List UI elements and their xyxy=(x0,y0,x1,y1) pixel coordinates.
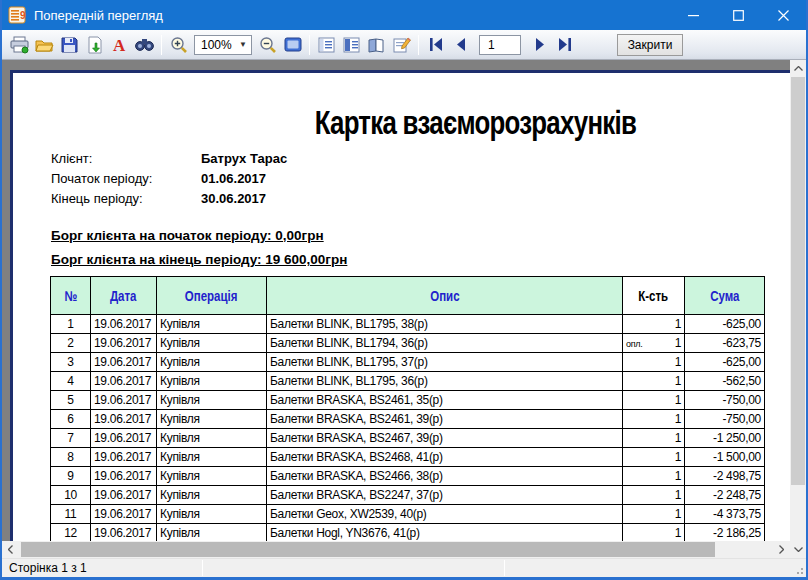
table-header-row: № Дата Операція Опис К-сть Сума xyxy=(51,277,765,315)
export-button[interactable] xyxy=(82,33,107,57)
close-window-button[interactable] xyxy=(761,0,806,30)
page-number-input[interactable] xyxy=(479,35,521,55)
save-icon xyxy=(61,36,78,53)
field-value: 30.06.2017 xyxy=(201,191,266,206)
print-button[interactable] xyxy=(7,33,32,57)
scroll-down-button[interactable] xyxy=(790,541,807,558)
full-page-icon xyxy=(284,37,302,52)
zoom-out-icon xyxy=(259,36,277,54)
report-page: Картка взаєморозрахунків Клієнт: Батрух … xyxy=(10,70,790,541)
status-divider xyxy=(504,560,505,576)
col-header-operation: Операція xyxy=(157,277,267,315)
pdf-export-button[interactable]: A xyxy=(107,33,132,57)
table-row: 2 19.06.2017 Купівля Балетки BLINK, BL17… xyxy=(51,334,765,353)
toolbar-separator xyxy=(418,35,419,55)
print-icon xyxy=(10,36,29,54)
col-header-date: Дата xyxy=(91,277,157,315)
debt-end-line: Борг клієнта на кінець періоду: 19 600,0… xyxy=(51,252,790,267)
outline-pane-icon xyxy=(318,37,335,53)
table-row: 1 19.06.2017 Купівля Балетки BLINK, BL17… xyxy=(51,315,765,334)
table-row: 5 19.06.2017 Купівля Балетки BRASKA, BS2… xyxy=(51,391,765,410)
prev-page-button[interactable] xyxy=(448,33,473,57)
toolbar-separator xyxy=(309,35,310,55)
first-page-button[interactable] xyxy=(423,33,448,57)
status-divider xyxy=(202,560,203,576)
book-view-icon xyxy=(367,37,386,53)
col-header-qty: К-сть xyxy=(623,277,685,315)
chevron-left-icon xyxy=(8,545,13,554)
minimize-button[interactable] xyxy=(671,0,716,30)
chevron-up-icon xyxy=(794,66,803,71)
table-row: 12 19.06.2017 Купівля Балетки Hogl, YN36… xyxy=(51,524,765,542)
table-row: 11 19.06.2017 Купівля Балетки Geox, XW25… xyxy=(51,505,765,524)
pdf-icon: A xyxy=(111,36,128,53)
field-label: Початок періоду: xyxy=(51,171,201,186)
field-value: 01.06.2017 xyxy=(201,171,266,186)
payment-note: опл. xyxy=(626,339,642,349)
status-bar: Сторінка 1 з 1 xyxy=(2,558,806,577)
pages-pane-icon xyxy=(343,37,360,53)
app-icon: 9 xyxy=(8,6,26,24)
open-folder-icon xyxy=(35,37,54,53)
zoom-in-icon xyxy=(170,36,188,54)
next-page-button[interactable] xyxy=(527,33,552,57)
edit-page-icon xyxy=(393,36,411,53)
field-label: Клієнт: xyxy=(51,151,201,166)
maximize-icon xyxy=(733,10,744,21)
vertical-scroll-thumb[interactable] xyxy=(791,77,805,485)
zoom-level-combo[interactable]: 100% ▼ xyxy=(194,35,252,55)
export-page-icon xyxy=(87,36,103,54)
field-value: Батрух Тарас xyxy=(201,151,287,166)
last-page-button[interactable] xyxy=(552,33,577,57)
binoculars-icon xyxy=(135,37,154,52)
status-pane xyxy=(204,559,504,577)
zoom-out-button[interactable] xyxy=(255,33,280,57)
table-row: 4 19.06.2017 Купівля Балетки BLINK, BL17… xyxy=(51,372,765,391)
resize-grip[interactable] xyxy=(794,565,804,575)
table-row: 9 19.06.2017 Купівля Балетки BRASKA, BS2… xyxy=(51,467,765,486)
book-view-button[interactable] xyxy=(364,33,389,57)
field-period-end: Кінець періоду: 30.06.2017 xyxy=(51,188,790,208)
last-page-icon xyxy=(558,38,572,51)
horizontal-scrollbar[interactable] xyxy=(2,541,790,558)
vertical-scroll-track[interactable] xyxy=(790,77,806,541)
table-row: 8 19.06.2017 Купівля Балетки BRASKA, BS2… xyxy=(51,448,765,467)
find-button[interactable] xyxy=(132,33,157,57)
vertical-scrollbar[interactable] xyxy=(790,60,806,558)
title-bar: 9 Попередній перегляд xyxy=(2,0,806,30)
pages-pane-button[interactable] xyxy=(339,33,364,57)
horizontal-scroll-thumb[interactable] xyxy=(21,542,715,557)
table-row: 7 19.06.2017 Купівля Балетки BRASKA, BS2… xyxy=(51,429,765,448)
debt-start-line: Борг клієнта на початок періоду: 0,00грн xyxy=(51,228,790,243)
horizontal-scroll-track[interactable] xyxy=(19,541,773,558)
debt-summary: Борг клієнта на початок періоду: 0,00грн… xyxy=(51,228,790,267)
close-preview-button[interactable]: Закрити xyxy=(617,34,683,56)
zoom-in-button[interactable] xyxy=(166,33,191,57)
edit-page-button[interactable] xyxy=(389,33,414,57)
document-viewport[interactable]: Картка взаєморозрахунків Клієнт: Батрух … xyxy=(2,60,790,541)
chevron-right-icon xyxy=(779,545,784,554)
transactions-table: № Дата Операція Опис К-сть Сума 1 19.06.… xyxy=(50,276,765,541)
chevron-down-icon: ▼ xyxy=(239,40,251,49)
toolbar: A 100% ▼ xyxy=(2,30,806,60)
scroll-left-button[interactable] xyxy=(2,541,19,558)
prev-page-icon xyxy=(456,38,466,51)
zoom-level-value: 100% xyxy=(201,38,232,52)
field-client: Клієнт: Батрух Тарас xyxy=(51,148,790,168)
next-page-icon xyxy=(535,38,545,51)
first-page-icon xyxy=(429,38,443,51)
table-row: 10 19.06.2017 Купівля Балетки BRASKA, BS… xyxy=(51,486,765,505)
page-info: Сторінка 1 з 1 xyxy=(2,561,202,575)
table-row: 6 19.06.2017 Купівля Балетки BRASKA, BS2… xyxy=(51,410,765,429)
table-row: 3 19.06.2017 Купівля Балетки BLINK, BL17… xyxy=(51,353,765,372)
maximize-button[interactable] xyxy=(716,0,761,30)
scroll-right-button[interactable] xyxy=(773,541,790,558)
open-button[interactable] xyxy=(32,33,57,57)
preview-area: Картка взаєморозрахунків Клієнт: Батрух … xyxy=(2,60,806,558)
svg-text:A: A xyxy=(113,36,126,53)
scroll-up-button[interactable] xyxy=(790,60,807,77)
outline-pane-button[interactable] xyxy=(314,33,339,57)
col-header-sum: Сума xyxy=(685,277,765,315)
save-button[interactable] xyxy=(57,33,82,57)
full-page-button[interactable] xyxy=(280,33,305,57)
